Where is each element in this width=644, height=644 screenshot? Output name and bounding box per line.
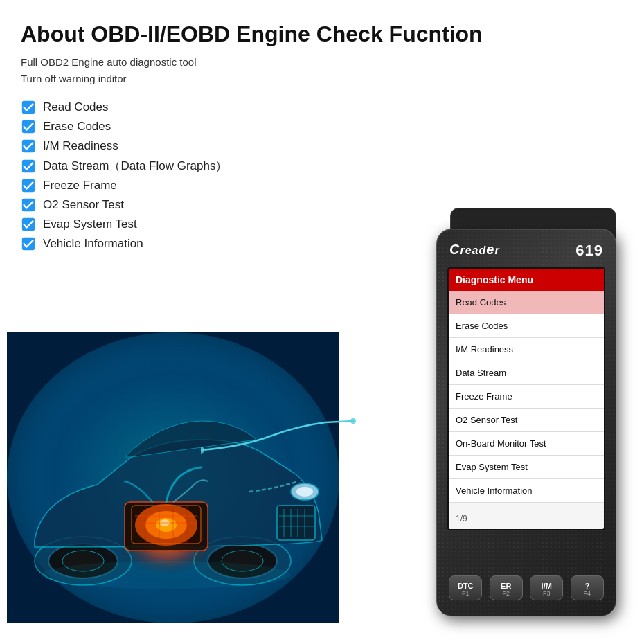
screen-menu-item-erase-codes[interactable]: Erase Codes [449,314,604,338]
bottom-section: Creader 619 Diagnostic Menu Read Codes E… [0,312,644,644]
device-screen: Diagnostic Menu Read Codes Erase Codes I… [447,267,605,530]
screen-menu-item-vehicle-info[interactable]: Vehicle Information [449,479,604,503]
svg-point-41 [350,418,356,424]
device-body: Creader 619 Diagnostic Menu Read Codes E… [436,229,616,616]
screen-menu-item-onboard-monitor[interactable]: On-Board Monitor Test [449,432,604,456]
device-logo-text: Creader [449,244,500,256]
device-btn-dtc[interactable]: DTC F1 [449,575,482,600]
feature-item-erase-codes: Erase Codes [21,119,623,134]
check-icon [21,236,36,251]
screen-menu-item-freeze-frame[interactable]: Freeze Frame [449,385,604,409]
screen-menu-item-im-readiness[interactable]: I/M Readiness [449,338,604,361]
device-btn-help[interactable]: ? F4 [571,575,604,600]
check-icon [21,100,36,115]
device-logo: Creader [449,242,500,258]
check-icon [21,119,36,134]
device-model: 619 [575,242,603,260]
check-icon [21,197,36,213]
screen-page-indicator: 1/9 [456,514,467,524]
subtitle-line-1: Full OBD2 Engine auto diagnostic tool [21,54,623,71]
check-icon [21,159,36,174]
screen-menu-item-evap-system[interactable]: Evap System Test [449,456,604,479]
check-icon [21,217,36,232]
svg-rect-30 [277,506,315,540]
page-title: About OBD-II/EOBD Engine Check Fucntion [21,21,623,47]
main-container: About OBD-II/EOBD Engine Check Fucntion … [0,0,644,644]
device-btn-er[interactable]: ER F2 [490,575,523,600]
feature-item-freeze-frame: Freeze Frame [21,178,623,193]
car-illustration [7,332,339,623]
device: Creader 619 Diagnostic Menu Read Codes E… [436,229,630,630]
feature-item-read-codes: Read Codes [21,100,623,115]
subtitle-line-2: Turn off warning inditor [21,71,623,87]
check-icon [21,138,36,154]
svg-point-38 [296,487,313,497]
svg-point-39 [42,561,291,589]
screen-menu-item-o2-sensor[interactable]: O2 Sensor Test [449,409,604,432]
screen-header: Diagnostic Menu [449,269,604,291]
feature-item-im-readiness: I/M Readiness [21,138,623,154]
device-btn-im[interactable]: I/M F3 [530,575,563,600]
screen-menu-item-read-codes[interactable]: Read Codes [449,291,604,314]
device-buttons: DTC F1 ER F2 I/M F3 ? F4 [447,575,605,600]
screen-menu-item-data-stream[interactable]: Data Stream [449,361,604,385]
subtitle-block: Full OBD2 Engine auto diagnostic tool Tu… [21,54,623,87]
feature-item-data-stream: Data Stream（Data Flow Graphs） [21,158,623,174]
check-icon [21,178,36,193]
